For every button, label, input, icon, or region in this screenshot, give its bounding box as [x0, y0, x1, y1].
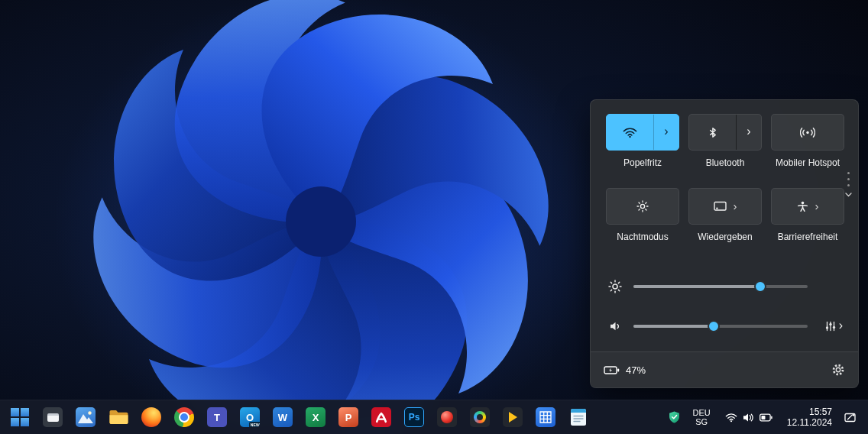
cast-toggle-button[interactable]: › — [688, 188, 762, 225]
colorful-ring-app-icon — [470, 407, 490, 427]
taskbar-teams[interactable]: T — [202, 402, 232, 432]
quick-toggle-cast: › Wiedergeben — [688, 188, 762, 242]
quick-settings-footer: 47% — [591, 351, 858, 387]
window-app-icon — [43, 407, 63, 427]
accessibility-toggle-button[interactable]: › — [771, 188, 844, 225]
taskbar-app-photos[interactable] — [70, 402, 101, 432]
date-label: 12.11.2024 — [787, 417, 832, 428]
language-switcher[interactable]: DEU SG — [687, 402, 717, 432]
mobile-hotspot-toggle-label: Mobiler Hotspot — [776, 157, 840, 168]
bluetooth-toggle-button[interactable]: › — [688, 114, 762, 151]
security-shield-icon — [668, 410, 681, 424]
system-status-button[interactable] — [718, 402, 779, 432]
bluetooth-expand-button[interactable]: › — [736, 115, 761, 150]
quick-toggle-nightlight: Nachtmodus — [606, 188, 679, 242]
settings-button[interactable] — [831, 363, 845, 377]
mobile-hotspot-icon — [772, 115, 844, 150]
wifi-tray-icon — [725, 413, 737, 423]
volume-slider[interactable] — [633, 319, 808, 333]
chevron-right-icon: › — [747, 125, 750, 138]
file-explorer-icon — [108, 409, 129, 426]
taskbar-red-sphere-app[interactable] — [432, 402, 462, 432]
audio-mixer-icon — [825, 321, 836, 332]
page-dot — [847, 172, 850, 174]
taskbar-photoshop[interactable]: Ps — [399, 402, 429, 432]
page-dot — [847, 178, 850, 180]
page-down-button[interactable] — [845, 193, 852, 197]
quick-toggle-grid: › Popelfritz › Bluetooth — [606, 114, 843, 242]
taskbar-notepad-app[interactable] — [563, 402, 594, 432]
taskbar: T O NEW W X P — [0, 400, 868, 434]
firefox-icon — [141, 407, 161, 427]
photos-icon — [76, 407, 96, 427]
mobile-hotspot-toggle-button[interactable] — [771, 114, 844, 151]
chevron-right-icon: › — [815, 200, 819, 212]
volume-track[interactable] — [633, 325, 808, 328]
word-icon: W — [273, 407, 293, 427]
taskbar-powerpoint[interactable]: P — [333, 402, 364, 432]
cast-icon: › — [689, 189, 761, 224]
brightness-slider[interactable] — [633, 280, 808, 293]
clock-button[interactable]: 15:57 12.11.2024 — [781, 402, 838, 432]
taskbar-outlook[interactable]: O NEW — [235, 402, 265, 432]
teams-icon: T — [207, 407, 227, 427]
night-light-toggle-button[interactable] — [606, 188, 679, 225]
wifi-icon[interactable] — [607, 115, 653, 150]
notification-center-button[interactable] — [840, 402, 862, 432]
taskbar-acrobat[interactable] — [366, 402, 397, 432]
desktop: › Popelfritz › Bluetooth — [0, 0, 868, 434]
taskbar-colorful-ring-app[interactable] — [465, 402, 495, 432]
photoshop-icon: Ps — [404, 407, 424, 427]
quick-toggle-bluetooth: › Bluetooth — [688, 114, 762, 168]
sliders-section: › — [606, 268, 843, 345]
battery-percent-label: 47% — [626, 364, 646, 376]
volume-tray-icon — [743, 413, 754, 423]
bluetooth-icon[interactable] — [689, 115, 736, 150]
battery-charging-icon — [604, 365, 620, 375]
audio-output-button[interactable]: › — [825, 320, 843, 332]
battery-status-button[interactable]: 47% — [604, 364, 646, 376]
gear-icon — [831, 363, 845, 377]
volume-slider-thumb[interactable] — [708, 320, 720, 332]
taskbar-grid-app[interactable] — [530, 402, 561, 432]
taskbar-word[interactable]: W — [267, 402, 298, 432]
language-code: DEU — [693, 408, 711, 417]
notepad-icon — [570, 407, 587, 427]
brightness-track[interactable] — [633, 285, 808, 288]
time-label: 15:57 — [809, 406, 832, 417]
taskbar-file-explorer[interactable] — [103, 402, 134, 432]
acrobat-icon — [371, 407, 391, 427]
chevron-right-icon: › — [839, 319, 843, 332]
wifi-toggle-button[interactable]: › — [606, 114, 679, 151]
system-tray: DEU SG 15:57 12.11.2024 — [663, 400, 862, 434]
volume-icon — [606, 321, 624, 332]
bluetooth-toggle-label: Bluetooth — [706, 157, 745, 168]
brightness-slider-thumb[interactable] — [754, 280, 766, 293]
chevron-right-icon: › — [664, 125, 668, 138]
taskbar-chrome[interactable] — [169, 402, 199, 432]
chrome-icon — [174, 407, 194, 427]
red-sphere-app-icon — [437, 407, 457, 427]
battery-tray-icon — [760, 413, 772, 422]
start-button[interactable] — [5, 402, 35, 432]
wifi-toggle-label: Popelfritz — [623, 157, 662, 168]
cast-toggle-label: Wiedergeben — [698, 232, 752, 242]
taskbar-yellow-arrow-app[interactable] — [497, 402, 528, 432]
chevron-right-icon: › — [734, 200, 737, 212]
tray-security-button[interactable] — [663, 402, 685, 432]
taskbar-excel[interactable]: X — [300, 402, 331, 432]
accessibility-icon: › — [772, 189, 844, 224]
taskbar-app-window[interactable] — [37, 402, 68, 432]
night-light-icon — [607, 189, 679, 224]
yellow-arrow-app-icon — [503, 407, 523, 427]
quick-toggle-hotspot: Mobiler Hotspot — [771, 114, 844, 168]
quick-toggle-accessibility: › Barrierefreiheit — [771, 188, 844, 242]
quick-toggle-wifi: › Popelfritz — [606, 114, 679, 168]
taskbar-firefox[interactable] — [136, 402, 167, 432]
volume-fill — [633, 325, 714, 328]
volume-row: › — [606, 308, 843, 345]
outlook-icon: O NEW — [240, 407, 260, 427]
windows-logo-icon — [11, 408, 29, 426]
quick-settings-panel: › Popelfritz › Bluetooth — [590, 99, 859, 388]
wifi-expand-button[interactable]: › — [653, 115, 679, 150]
